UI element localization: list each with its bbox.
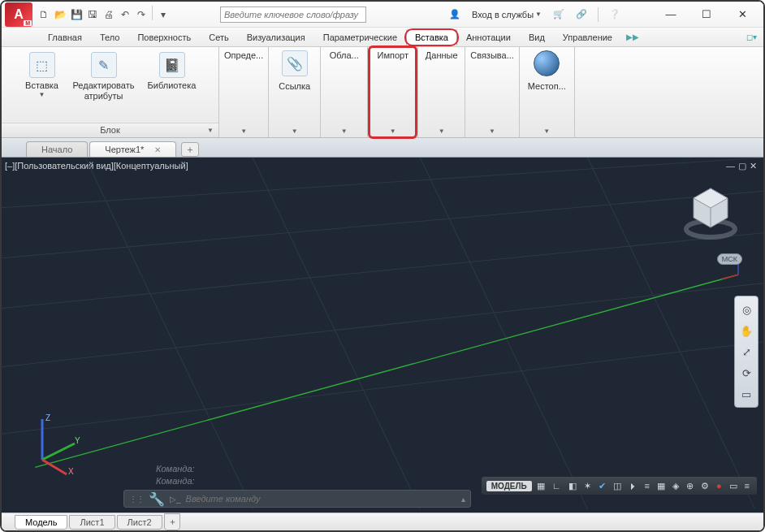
nav-wheel-icon[interactable]: ◎ (738, 301, 754, 318)
qat-more-icon[interactable]: ▾ (155, 6, 171, 24)
tab-view[interactable]: Вид (520, 29, 554, 45)
nav-orbit-icon[interactable]: ⟳ (738, 365, 754, 381)
grip-icon[interactable]: ⋮⋮ (129, 495, 144, 504)
qat-save-icon[interactable]: 💾 (68, 6, 84, 24)
chevron-down-icon: ▼ (341, 128, 348, 137)
layout-tabs: Модель Лист1 Лист2 ＋ (2, 513, 763, 530)
command-line[interactable]: ⋮⋮ 🔧 ▷_ ▴ (123, 490, 471, 508)
layout-tab-add[interactable]: ＋ (164, 513, 180, 530)
tab-surface[interactable]: Поверхность (128, 29, 200, 45)
user-icon[interactable]: 👤 (446, 7, 464, 21)
layout-tab-sheet2[interactable]: Лист2 (117, 515, 162, 530)
tab-parametric[interactable]: Параметрические (314, 29, 406, 45)
ribbon-tabs: Главная Тело Поверхность Сеть Визуализац… (2, 28, 763, 47)
status-lwt-icon[interactable]: ≡ (642, 481, 652, 491)
layout-tab-model[interactable]: Модель (15, 515, 67, 530)
qat-redo-icon[interactable]: ↷ (133, 6, 149, 24)
panel-link[interactable]: Связыва... ▼ (465, 47, 520, 137)
viewcube[interactable] (681, 182, 741, 242)
drawing-canvas[interactable]: [–][Пользовательский вид][Концептуальный… (2, 158, 763, 513)
tab-visualize[interactable]: Визуализация (238, 29, 314, 45)
new-tab-button[interactable]: ＋ (181, 142, 199, 157)
panel-data[interactable]: Данные ▼ (418, 47, 465, 137)
tab-manage[interactable]: Управление (554, 29, 621, 45)
command-history-line: Команда: (156, 463, 195, 474)
exchange-icon[interactable]: 🛒 (550, 7, 568, 21)
panel-reference[interactable]: 📎 Ссылка ▼ (269, 47, 321, 137)
command-input[interactable] (186, 494, 456, 504)
chevron-down-icon: ▼ (390, 128, 396, 137)
tab-home[interactable]: Главная (39, 29, 91, 45)
svg-line-4 (2, 342, 763, 434)
status-workspace-icon[interactable]: ⚙ (698, 481, 711, 491)
qat-print-icon[interactable]: 🖨 (101, 6, 117, 24)
layout-tab-sheet1[interactable]: Лист1 (69, 515, 115, 530)
qat-undo-icon[interactable]: ↶ (117, 6, 133, 24)
panel-data-label: Данные (426, 50, 458, 60)
command-expand-icon[interactable]: ▴ (461, 495, 465, 504)
panel-define[interactable]: Опреде... ▼ (219, 47, 269, 137)
insert-block-button[interactable]: ⬚ Вставка ▼ (18, 50, 67, 98)
autodesk-app-icon[interactable]: 🔗 (573, 7, 590, 21)
svg-line-2 (2, 233, 763, 309)
separator (598, 7, 599, 22)
qat-new-icon[interactable]: 🗋 (36, 6, 52, 24)
status-bar: МОДЕЛЬ ▦ ∟ ◧ ✶ ✔ ◫ ⏵ ≡ ▦ ◈ ⊕ ⚙ ● ▭ ≡ (482, 477, 757, 495)
login-button[interactable]: Вход в службы ▼ (469, 8, 545, 21)
status-model-button[interactable]: МОДЕЛЬ (486, 481, 532, 491)
nav-zoom-icon[interactable]: ⤢ (738, 344, 754, 360)
library-button[interactable]: 📓 Библиотека (141, 50, 203, 91)
search-input[interactable] (220, 6, 366, 23)
tab-mesh[interactable]: Сеть (200, 29, 237, 45)
maximize-button[interactable]: ☐ (689, 3, 724, 26)
panel-reference-label: Ссылка (279, 81, 310, 91)
qat-open-icon[interactable]: 📂 (52, 6, 68, 24)
status-ortho-icon[interactable]: ◧ (566, 481, 579, 491)
doctab-drawing1[interactable]: Чертеж1* ✕ (89, 141, 176, 157)
status-isolate-icon[interactable]: ● (714, 481, 724, 491)
tab-insert[interactable]: Вставка (406, 29, 457, 45)
chevron-down-icon: ▼ (535, 11, 542, 18)
wcs-badge[interactable]: МСК (717, 253, 742, 265)
status-dyn-icon[interactable]: ⏵ (626, 481, 640, 491)
status-cycling-icon[interactable]: ◈ (670, 481, 681, 491)
edit-attributes-button[interactable]: ✎ Редактировать атрибуты (68, 50, 140, 101)
chevron-down-icon: ▼ (39, 91, 45, 98)
panel-block-title[interactable]: Блок▼ (2, 123, 218, 137)
qat-saveas-icon[interactable]: 🖫 (84, 6, 101, 24)
grid (2, 158, 763, 509)
status-3dosnap-icon[interactable]: ◫ (611, 481, 624, 491)
status-osnap-icon[interactable]: ✔ (596, 481, 608, 491)
panel-location[interactable]: Местоп... ▼ (520, 47, 575, 137)
chevron-down-icon: ▼ (292, 128, 298, 137)
tab-annotate[interactable]: Аннотации (457, 29, 520, 45)
status-snap-icon[interactable]: ∟ (550, 481, 564, 491)
panel-import[interactable]: Импорт ▼ (368, 47, 418, 137)
close-button[interactable]: ✕ (724, 3, 760, 26)
help-icon[interactable]: ❔ (606, 7, 624, 21)
status-cleanscreen-icon[interactable]: ▭ (727, 481, 740, 491)
globe-icon (534, 50, 560, 76)
panel-cloud[interactable]: Обла... ▼ (321, 47, 368, 137)
minimize-button[interactable]: — (653, 3, 689, 26)
prompt-icon: ▷_ (170, 495, 181, 504)
close-tab-icon[interactable]: ✕ (154, 145, 161, 154)
ribbon-collapse-icon[interactable]: ◻▾ (746, 32, 757, 41)
customize-icon[interactable]: 🔧 (149, 491, 165, 507)
tabs-overflow-icon[interactable]: ▶▶ (626, 32, 639, 41)
app-menu-button[interactable]: A (5, 2, 32, 27)
nav-showmotion-icon[interactable]: ▭ (738, 386, 754, 402)
status-transparency-icon[interactable]: ▦ (655, 481, 668, 491)
chevron-down-icon: ▼ (543, 128, 550, 137)
doctab-start[interactable]: Начало (26, 141, 88, 157)
svg-line-14 (42, 460, 67, 474)
status-polar-icon[interactable]: ✶ (581, 481, 594, 491)
svg-line-3 (2, 283, 763, 367)
status-annomonitor-icon[interactable]: ⊕ (684, 481, 696, 491)
tab-body[interactable]: Тело (91, 29, 129, 45)
nav-pan-icon[interactable]: ✋ (738, 322, 754, 339)
status-menu-icon[interactable]: ≡ (742, 481, 752, 491)
insert-block-label: Вставка (25, 80, 58, 91)
svg-line-6 (253, 158, 420, 509)
status-grid-icon[interactable]: ▦ (534, 481, 547, 491)
